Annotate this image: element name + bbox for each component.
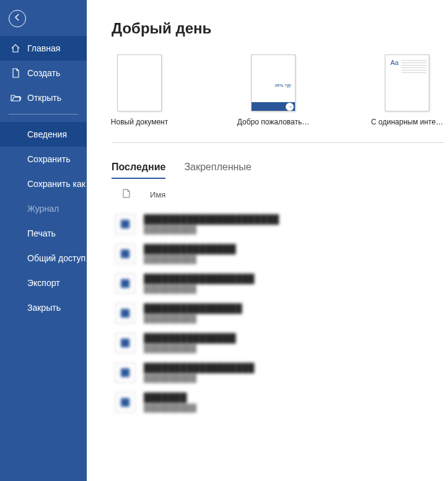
doc-name: ███████████████ bbox=[144, 333, 236, 343]
template-welcome[interactable]: зять тур → Добро пожаловать… bbox=[245, 54, 301, 126]
doc-path: ██████████ bbox=[144, 374, 255, 383]
home-icon bbox=[10, 43, 21, 54]
word-doc-icon bbox=[115, 274, 135, 293]
sidebar-item-save[interactable]: Сохранить bbox=[0, 147, 87, 171]
nav-sidebar: Главная Создать Открыть Сведения Сохрани… bbox=[0, 0, 87, 481]
back-button[interactable] bbox=[9, 10, 26, 27]
main-pane: Добрый день Новый документ зять тур → До… bbox=[87, 0, 448, 481]
sidebar-divider bbox=[9, 114, 78, 115]
doc-name: ███████ bbox=[144, 392, 196, 402]
sidebar-item-history[interactable]: Журнал bbox=[0, 196, 87, 221]
sidebar-item-new[interactable]: Создать bbox=[0, 61, 87, 85]
doc-path: ██████████ bbox=[144, 225, 279, 234]
sidebar-item-label: Создать bbox=[27, 68, 60, 78]
doc-name: ██████████████████ bbox=[144, 274, 255, 284]
recent-docs-list: ██████████████████████ ██████████ ██████… bbox=[112, 209, 448, 417]
new-doc-icon bbox=[10, 67, 21, 79]
template-thumb-single: Aa bbox=[385, 54, 429, 111]
doc-path: ██████████ bbox=[144, 344, 236, 353]
arrow-right-icon: → bbox=[286, 103, 294, 111]
template-blank[interactable]: Новый документ bbox=[112, 54, 167, 126]
document-icon bbox=[123, 189, 131, 201]
doc-path: ██████████ bbox=[144, 285, 255, 293]
lines-decoration-icon bbox=[402, 60, 426, 75]
doc-name: ████████████████ bbox=[144, 303, 242, 313]
doc-name: ███████████████ bbox=[144, 244, 236, 254]
sidebar-item-saveas[interactable]: Сохранить как bbox=[0, 171, 87, 196]
doc-name: ██████████████████ bbox=[144, 363, 255, 373]
open-folder-icon bbox=[10, 92, 21, 103]
word-doc-icon bbox=[115, 303, 135, 323]
recent-tabs: Последние Закрепленные bbox=[112, 162, 448, 179]
doc-name: ██████████████████████ bbox=[144, 214, 279, 224]
tab-recent[interactable]: Последние bbox=[112, 162, 165, 179]
word-doc-icon bbox=[115, 333, 135, 353]
welcome-inner-text: зять тур bbox=[275, 83, 291, 87]
doc-row[interactable]: ████████████████ ██████████ bbox=[112, 298, 448, 328]
section-divider bbox=[112, 142, 444, 143]
sidebar-item-home[interactable]: Главная bbox=[0, 36, 87, 61]
sidebar-item-export[interactable]: Экспорт bbox=[0, 271, 87, 295]
doc-row[interactable]: ██████████████████ ██████████ bbox=[112, 269, 448, 298]
doc-path: ██████████ bbox=[144, 404, 196, 412]
welcome-footer-bar: → bbox=[252, 102, 295, 111]
sidebar-item-share[interactable]: Общий доступ bbox=[0, 246, 87, 271]
aa-glyph-icon: Aa bbox=[390, 59, 398, 66]
sidebar-item-print[interactable]: Печать bbox=[0, 221, 87, 246]
doc-row[interactable]: ██████████████████ ██████████ bbox=[112, 358, 448, 388]
template-row: Новый документ зять тур → Добро пожалова… bbox=[112, 54, 448, 126]
template-thumb-blank bbox=[117, 54, 162, 111]
template-single-spacing[interactable]: Aa С одинарным инте… bbox=[379, 54, 435, 126]
doc-row[interactable]: ██████████████████████ ██████████ bbox=[112, 209, 448, 239]
sidebar-item-label: Открыть bbox=[27, 93, 61, 103]
sidebar-item-info[interactable]: Сведения bbox=[0, 122, 87, 147]
word-doc-icon bbox=[115, 244, 135, 264]
template-label: Добро пожаловать… bbox=[237, 118, 309, 126]
template-label: С одинарным инте… bbox=[371, 118, 443, 126]
sidebar-item-close[interactable]: Закрыть bbox=[0, 295, 87, 320]
sidebar-item-label: Главная bbox=[27, 43, 60, 53]
doc-path: ██████████ bbox=[144, 314, 242, 323]
template-thumb-welcome: зять тур → bbox=[251, 54, 296, 111]
template-label: Новый документ bbox=[111, 118, 168, 126]
column-header-row: Имя bbox=[112, 189, 448, 201]
column-header-name: Имя bbox=[150, 190, 165, 199]
doc-row[interactable]: ███████████████ ██████████ bbox=[112, 239, 448, 269]
doc-row[interactable]: ███████ ██████████ bbox=[112, 388, 448, 417]
word-doc-icon bbox=[115, 363, 135, 383]
sidebar-item-open[interactable]: Открыть bbox=[0, 85, 87, 110]
page-title: Добрый день bbox=[112, 20, 448, 37]
doc-path: ██████████ bbox=[144, 255, 236, 264]
word-doc-icon bbox=[115, 214, 135, 234]
back-arrow-icon bbox=[13, 13, 22, 24]
word-doc-icon bbox=[115, 392, 135, 412]
tab-pinned[interactable]: Закрепленные bbox=[184, 162, 251, 179]
doc-row[interactable]: ███████████████ ██████████ bbox=[112, 328, 448, 358]
